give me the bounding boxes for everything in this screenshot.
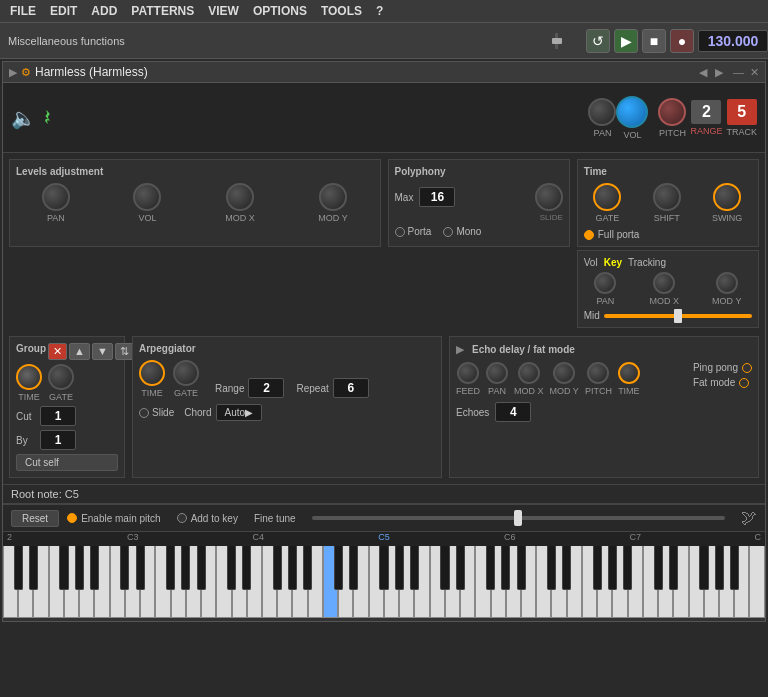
header-pitch-knob[interactable] (658, 98, 686, 126)
menu-add[interactable]: ADD (85, 2, 123, 20)
black-key[interactable] (395, 546, 404, 590)
black-key[interactable] (715, 546, 724, 590)
black-key[interactable] (608, 546, 617, 590)
group-x-btn[interactable]: ✕ (48, 343, 67, 360)
vkt-pan-knob[interactable] (594, 272, 616, 294)
echoes-value[interactable]: 4 (495, 402, 531, 422)
black-key[interactable] (303, 546, 312, 590)
black-key[interactable] (730, 546, 739, 590)
black-key[interactable] (379, 546, 388, 590)
ping-pong-item[interactable]: Ping pong (693, 362, 752, 373)
minimize-btn[interactable]: — (733, 66, 744, 78)
black-key[interactable] (562, 546, 571, 590)
black-key[interactable] (456, 546, 465, 590)
group-gate-knob[interactable] (48, 364, 74, 390)
max-value[interactable]: 16 (419, 187, 455, 207)
group-up-btn[interactable]: ▲ (69, 343, 90, 360)
dove-icon[interactable]: 🕊 (741, 509, 757, 527)
menu-edit[interactable]: EDIT (44, 2, 83, 20)
title-gear-icon[interactable]: ⚙ (21, 66, 31, 79)
menu-tools[interactable]: TOOLS (315, 2, 368, 20)
black-key[interactable] (242, 546, 251, 590)
black-key[interactable] (334, 546, 343, 590)
black-key[interactable] (349, 546, 358, 590)
black-key[interactable] (547, 546, 556, 590)
slide-knob[interactable] (535, 183, 563, 211)
menu-view[interactable]: VIEW (202, 2, 245, 20)
black-key[interactable] (136, 546, 145, 590)
fine-tune-slider[interactable] (312, 516, 725, 520)
by-value[interactable]: 1 (40, 430, 76, 450)
time-gate-knob[interactable] (593, 183, 621, 211)
echo-mody-knob[interactable] (553, 362, 575, 384)
black-key[interactable] (440, 546, 449, 590)
stop-btn[interactable]: ■ (642, 29, 666, 53)
bpm-display[interactable]: 130.000 (698, 30, 768, 52)
black-key[interactable] (517, 546, 526, 590)
time-swing-knob[interactable] (713, 183, 741, 211)
close-btn[interactable]: ✕ (750, 66, 759, 79)
mid-thumb[interactable] (674, 309, 682, 323)
black-key[interactable] (14, 546, 23, 590)
black-key[interactable] (120, 546, 129, 590)
black-key[interactable] (181, 546, 190, 590)
mid-slider[interactable] (604, 314, 752, 318)
group-swap-btn[interactable]: ⇅ (115, 343, 134, 360)
echo-pitch-knob[interactable] (587, 362, 609, 384)
white-key[interactable] (749, 546, 764, 618)
loop-btn[interactable]: ↺ (586, 29, 610, 53)
reset-btn[interactable]: Reset (11, 510, 59, 527)
echo-feed-knob[interactable] (457, 362, 479, 384)
levels-modx-knob[interactable] (226, 183, 254, 211)
black-key[interactable] (197, 546, 206, 590)
group-time-knob[interactable] (16, 364, 42, 390)
black-key[interactable] (75, 546, 84, 590)
menu-patterns[interactable]: PATTERNS (125, 2, 200, 20)
cut-self-btn[interactable]: Cut self (16, 454, 118, 471)
echo-modx-knob[interactable] (518, 362, 540, 384)
black-key[interactable] (59, 546, 68, 590)
chord-select[interactable]: Auto ▶ (216, 404, 263, 421)
time-shift-knob[interactable] (653, 183, 681, 211)
levels-pan-knob[interactable] (42, 183, 70, 211)
arp-gate-knob[interactable] (173, 360, 199, 386)
levels-vol-knob[interactable] (133, 183, 161, 211)
header-pan-knob[interactable] (588, 98, 616, 126)
black-key[interactable] (669, 546, 678, 590)
black-key[interactable] (29, 546, 38, 590)
full-porta-radio[interactable] (584, 230, 594, 240)
arp-slide-option[interactable]: Slide (139, 407, 174, 418)
black-key[interactable] (501, 546, 510, 590)
black-key[interactable] (227, 546, 236, 590)
black-key[interactable] (410, 546, 419, 590)
repeat-value[interactable]: 6 (333, 378, 369, 398)
enable-pitch-row[interactable]: Enable main pitch (67, 513, 161, 524)
black-key[interactable] (654, 546, 663, 590)
header-vol-knob[interactable] (616, 96, 648, 128)
black-key[interactable] (90, 546, 99, 590)
black-key[interactable] (273, 546, 282, 590)
levels-mody-knob[interactable] (319, 183, 347, 211)
vkt-mody-knob[interactable] (716, 272, 738, 294)
menu-file[interactable]: FILE (4, 2, 42, 20)
mono-option[interactable]: Mono (443, 226, 481, 237)
menu-help[interactable]: ? (370, 2, 389, 20)
black-key[interactable] (623, 546, 632, 590)
add-to-key-row[interactable]: Add to key (177, 513, 238, 524)
black-key[interactable] (166, 546, 175, 590)
play-btn[interactable]: ▶ (614, 29, 638, 53)
menu-options[interactable]: OPTIONS (247, 2, 313, 20)
range-value[interactable]: 2 (248, 378, 284, 398)
arp-time-knob[interactable] (139, 360, 165, 386)
porta-option[interactable]: Porta (395, 226, 432, 237)
group-down-btn[interactable]: ▼ (92, 343, 113, 360)
prev-btn[interactable]: ◀ (697, 66, 709, 79)
echo-time-knob[interactable] (618, 362, 640, 384)
echo-pan-knob[interactable] (486, 362, 508, 384)
cut-value[interactable]: 1 (40, 406, 76, 426)
next-btn[interactable]: ▶ (713, 66, 725, 79)
header-range-value[interactable]: 2 (691, 100, 721, 124)
fine-tune-thumb[interactable] (514, 510, 522, 526)
record-btn[interactable]: ● (670, 29, 694, 53)
piano-scrollbar[interactable] (3, 618, 765, 621)
